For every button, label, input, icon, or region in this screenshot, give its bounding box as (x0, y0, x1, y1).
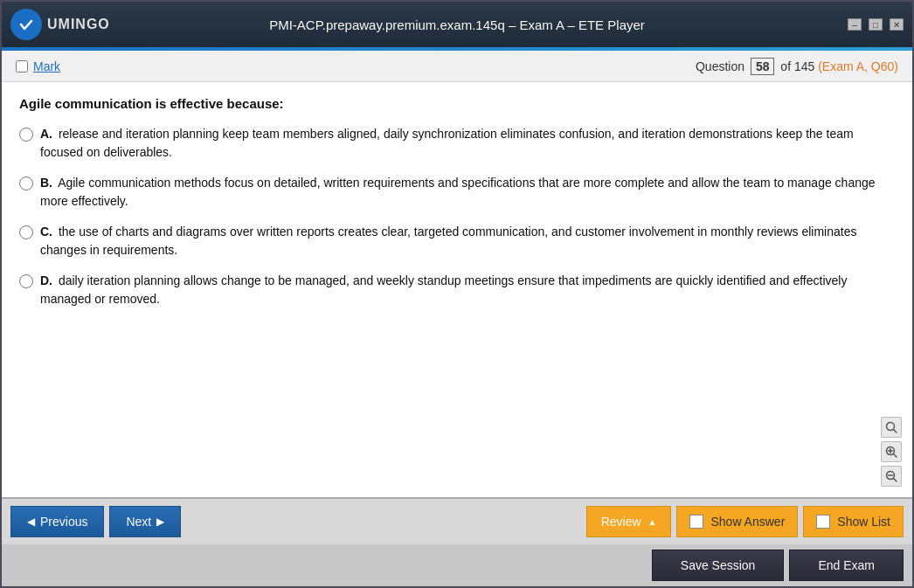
mark-label[interactable]: Mark (16, 59, 60, 73)
header-bar: Mark Question 58 of 145 (Exam A, Q60) (2, 51, 912, 82)
question-info: Question 58 of 145 (Exam A, Q60) (696, 58, 898, 75)
zoom-out-button[interactable] (881, 466, 902, 487)
review-arrow-icon: ▲ (648, 517, 657, 527)
svg-line-2 (894, 430, 897, 433)
show-list-checkbox-icon (816, 515, 830, 529)
show-list-button[interactable]: Show List (803, 506, 904, 537)
options-list: A. release and iteration planning keep t… (19, 125, 895, 308)
logo-icon (10, 9, 42, 40)
option-c-text: C. the use of charts and diagrams over w… (40, 223, 895, 259)
show-answer-checkbox-icon (689, 515, 703, 529)
svg-line-9 (894, 479, 897, 482)
option-b[interactable]: B. Agile communication methods focus on … (19, 174, 895, 211)
review-button[interactable]: Review ▲ (586, 506, 672, 537)
next-button[interactable]: Next ▶ (109, 506, 181, 537)
maximize-button[interactable]: □ (869, 18, 883, 31)
end-exam-button[interactable]: End Exam (789, 550, 904, 581)
minimize-button[interactable]: – (848, 18, 862, 31)
radio-c[interactable] (19, 225, 33, 239)
content-area: Agile communication is effective because… (2, 82, 912, 497)
previous-arrow-icon: ◀ (27, 515, 35, 528)
main-window: UMINGO PMI-ACP.prepaway.premium.exam.145… (0, 0, 914, 588)
option-a-text: A. release and iteration planning keep t… (40, 125, 895, 162)
question-number-box: 58 (751, 58, 775, 75)
save-session-button[interactable]: Save Session (652, 550, 785, 581)
bottom-toolbar: ◀ Previous Next ▶ Review ▲ Show Answer S… (2, 497, 912, 544)
zoom-controls (881, 417, 902, 487)
window-controls: – □ ✕ (848, 18, 904, 31)
radio-d[interactable] (19, 274, 33, 288)
next-arrow-icon: ▶ (156, 515, 164, 528)
radio-b[interactable] (19, 176, 33, 190)
exam-info: (Exam A, Q60) (818, 59, 898, 73)
close-button[interactable]: ✕ (890, 18, 904, 31)
logo-text: UMINGO (47, 17, 110, 32)
mark-checkbox[interactable] (16, 60, 28, 73)
option-d[interactable]: D. daily iteration planning allows chang… (19, 272, 895, 308)
option-a[interactable]: A. release and iteration planning keep t… (19, 125, 895, 162)
window-title: PMI-ACP.prepaway.premium.exam.145q – Exa… (269, 17, 645, 32)
svg-line-6 (894, 454, 897, 458)
search-icon[interactable] (881, 417, 902, 438)
action-bar: Save Session End Exam (2, 544, 912, 586)
option-c[interactable]: C. the use of charts and diagrams over w… (19, 223, 895, 259)
radio-a[interactable] (19, 128, 33, 142)
option-d-text: D. daily iteration planning allows chang… (40, 272, 895, 308)
title-bar: UMINGO PMI-ACP.prepaway.premium.exam.145… (2, 2, 912, 47)
logo: UMINGO (10, 9, 110, 40)
option-b-text: B. Agile communication methods focus on … (40, 174, 895, 211)
question-text: Agile communication is effective because… (19, 96, 895, 111)
zoom-in-button[interactable] (881, 441, 902, 462)
show-answer-button[interactable]: Show Answer (676, 506, 798, 537)
previous-button[interactable]: ◀ Previous (10, 506, 104, 537)
